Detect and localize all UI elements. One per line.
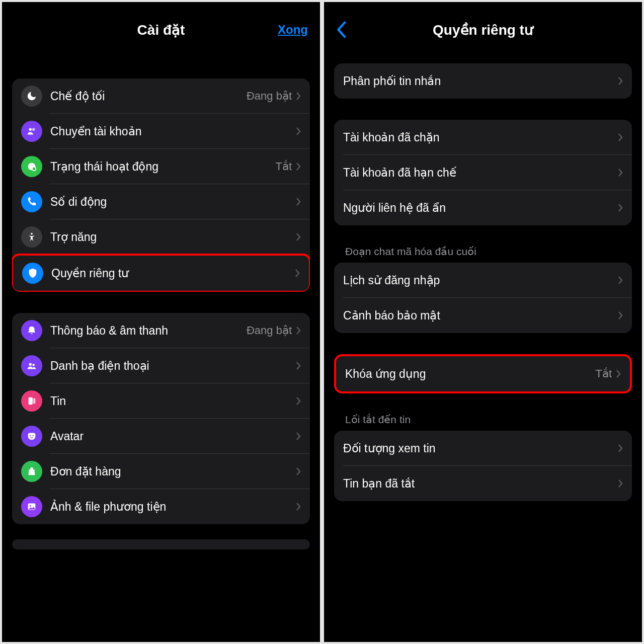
row-accessibility[interactable]: Trợ năng xyxy=(12,219,310,255)
bag-icon xyxy=(21,461,42,482)
row-avatar[interactable]: Avatar xyxy=(12,419,310,454)
privacy-group-1: Phân phối tin nhắn xyxy=(334,63,632,99)
back-button[interactable] xyxy=(336,21,346,38)
phone-icon xyxy=(21,191,42,212)
row-value: Tắt xyxy=(595,367,612,380)
chevron-right-icon xyxy=(618,76,623,86)
row-label: Người liên hệ đã ẩn xyxy=(343,201,618,215)
chevron-right-icon xyxy=(618,133,623,142)
chevron-right-icon xyxy=(296,361,301,370)
row-app-lock[interactable]: Khóa ứng dụng Tắt xyxy=(336,356,630,391)
svg-point-1 xyxy=(32,128,35,131)
row-label: Tài khoản đã chặn xyxy=(343,131,618,144)
row-label: Ảnh & file phương tiện xyxy=(50,500,296,514)
chevron-right-icon xyxy=(296,232,301,242)
svg-point-5 xyxy=(29,363,32,366)
row-label: Chuyển tài khoản xyxy=(50,125,296,138)
row-label: Tin xyxy=(50,394,296,408)
svg-point-9 xyxy=(30,435,31,436)
chevron-right-icon xyxy=(296,92,301,101)
header: Quyền riêng tư xyxy=(324,2,642,57)
svg-point-10 xyxy=(33,435,34,436)
row-label: Số di động xyxy=(50,195,296,209)
chevron-right-icon xyxy=(296,162,301,171)
chevron-right-icon xyxy=(296,432,301,441)
chevron-right-icon xyxy=(618,168,623,177)
row-label: Tài khoản đã hạn chế xyxy=(343,166,618,180)
row-label: Phân phối tin nhắn xyxy=(343,74,618,88)
row-login-history[interactable]: Lịch sử đăng nhập xyxy=(334,263,632,298)
done-button[interactable]: Xong xyxy=(278,23,308,37)
row-orders[interactable]: Đơn đặt hàng xyxy=(12,454,310,489)
section-header-story-shortcuts: Lối tắt đến tin xyxy=(334,409,632,431)
row-label: Khóa ứng dụng xyxy=(345,367,595,381)
header: Cài đặt Xong xyxy=(2,2,320,57)
row-mobile-number[interactable]: Số di động xyxy=(12,184,310,219)
svg-rect-7 xyxy=(29,397,33,405)
chevron-right-icon xyxy=(616,369,621,378)
page-title: Cài đặt xyxy=(137,22,185,38)
row-label: Thông báo & âm thanh xyxy=(50,324,247,338)
row-value: Đang bật xyxy=(247,90,292,103)
row-phone-contacts[interactable]: Danh bạ điện thoại xyxy=(12,348,310,383)
photo-icon xyxy=(21,496,42,517)
row-security-alerts[interactable]: Cảnh báo bảo mật xyxy=(334,298,632,333)
row-active-status[interactable]: Trạng thái hoạt động Tắt xyxy=(12,149,310,184)
row-label: Tin bạn đã tắt xyxy=(343,477,618,491)
privacy-screen: Quyền riêng tư Phân phối tin nhắn Tài kh… xyxy=(324,2,642,642)
row-label: Trạng thái hoạt động xyxy=(50,160,275,174)
page-title: Quyền riêng tư xyxy=(433,22,533,38)
settings-group-1: Chế độ tối Đang bật Chuyển tài khoản Trạ… xyxy=(12,78,310,292)
moon-icon xyxy=(21,86,42,107)
row-label: Quyền riêng tư xyxy=(51,267,295,280)
row-dark-mode[interactable]: Chế độ tối Đang bật xyxy=(12,78,310,114)
row-label: Avatar xyxy=(50,430,296,443)
row-switch-account[interactable]: Chuyển tài khoản xyxy=(12,114,310,149)
chevron-right-icon xyxy=(618,479,623,488)
chevron-right-icon xyxy=(618,203,623,212)
row-label: Đơn đặt hàng xyxy=(50,465,296,478)
svg-point-3 xyxy=(32,167,36,171)
chevron-right-icon xyxy=(618,444,623,453)
chevron-right-icon xyxy=(296,502,301,511)
svg-point-6 xyxy=(32,364,35,366)
settings-group-3-peek xyxy=(12,539,310,549)
active-status-icon xyxy=(21,156,42,177)
row-notifications[interactable]: Thông báo & âm thanh Đang bật xyxy=(12,313,310,348)
accessibility-icon xyxy=(21,226,42,248)
switch-account-icon xyxy=(21,121,42,142)
row-label: Đối tượng xem tin xyxy=(343,442,618,455)
privacy-group-4: Khóa ứng dụng Tắt xyxy=(334,354,632,393)
svg-point-12 xyxy=(30,505,31,507)
row-value: Đang bật xyxy=(247,324,292,337)
row-story[interactable]: Tin xyxy=(12,383,310,419)
row-restricted-accounts[interactable]: Tài khoản đã hạn chế xyxy=(334,155,632,190)
settings-screen: Cài đặt Xong Chế độ tối Đang bật Chuyển … xyxy=(2,2,320,642)
row-label: Danh bạ điện thoại xyxy=(50,359,296,373)
story-icon xyxy=(21,390,42,412)
row-blocked-accounts[interactable]: Tài khoản đã chặn xyxy=(334,120,632,155)
svg-point-0 xyxy=(29,128,32,131)
chevron-right-icon xyxy=(296,127,301,136)
privacy-group-3: Lịch sử đăng nhập Cảnh báo bảo mật xyxy=(334,263,632,333)
row-label: Lịch sử đăng nhập xyxy=(343,274,618,287)
chevron-right-icon xyxy=(618,276,623,285)
shield-icon xyxy=(22,263,43,284)
row-story-audience[interactable]: Đối tượng xem tin xyxy=(334,431,632,466)
row-privacy[interactable]: Quyền riêng tư xyxy=(12,254,310,292)
privacy-group-5: Đối tượng xem tin Tin bạn đã tắt xyxy=(334,431,632,501)
chevron-right-icon xyxy=(296,396,301,406)
bell-icon xyxy=(21,320,42,341)
row-photos-media[interactable]: Ảnh & file phương tiện xyxy=(12,489,310,524)
row-muted-stories[interactable]: Tin bạn đã tắt xyxy=(334,466,632,501)
row-hidden-contacts[interactable]: Người liên hệ đã ẩn xyxy=(334,190,632,225)
row-label: Cảnh báo bảo mật xyxy=(343,309,618,323)
row-message-delivery[interactable]: Phân phối tin nhắn xyxy=(334,63,632,99)
row-value: Tắt xyxy=(275,160,292,173)
chevron-right-icon xyxy=(296,326,301,335)
settings-group-2: Thông báo & âm thanh Đang bật Danh bạ đi… xyxy=(12,313,310,524)
chevron-right-icon xyxy=(618,311,623,320)
chevron-right-icon xyxy=(296,467,301,476)
chevron-right-icon xyxy=(296,197,301,206)
privacy-content: Phân phối tin nhắn Tài khoản đã chặn Tài… xyxy=(324,57,642,642)
